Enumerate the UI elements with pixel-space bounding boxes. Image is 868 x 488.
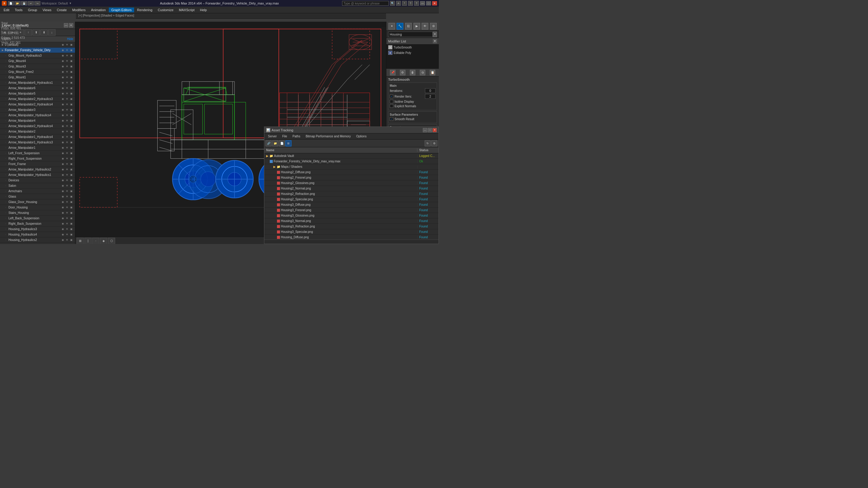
layer-vis[interactable]: ◉	[62, 87, 65, 90]
iterations-input[interactable]	[425, 88, 435, 93]
rp-hierarchy-btn[interactable]: ⛓	[405, 23, 412, 30]
asset-tool-2[interactable]: 📁	[272, 140, 278, 147]
rp-modify-btn[interactable]: 🔧	[397, 23, 403, 30]
layer-freeze[interactable]: ❄	[66, 157, 70, 160]
asset-row-3[interactable]: Housing2_Diffuse.png Found	[264, 170, 438, 175]
layer-vis[interactable]: ◉	[62, 195, 65, 198]
menu-views[interactable]: Views	[40, 7, 54, 12]
asset-tool-reload[interactable]: ↻	[425, 140, 431, 147]
menu-create[interactable]: Create	[54, 7, 69, 12]
mod-pin-btn[interactable]: 📌	[390, 70, 396, 75]
layer-vis[interactable]: ◉	[62, 108, 65, 111]
layer-item-23[interactable]: ·Arrow_Manipulator_Hydraulics2 ◉ ❄ ▣	[0, 167, 75, 172]
layer-item-25[interactable]: ·Devices ◉ ❄ ▣	[0, 178, 75, 183]
layer-item-26[interactable]: ·Salon ◉ ❄ ▣	[0, 183, 75, 189]
asset-menu-bitmap[interactable]: Bitmap Performance and Memory	[303, 134, 353, 138]
search-opt1[interactable]: A	[396, 1, 401, 6]
workspace-dropdown[interactable]: ▼	[69, 2, 72, 5]
modifier-turbosmooth[interactable]: ● TurboSmooth	[386, 44, 439, 50]
search-opt3[interactable]: ?	[408, 1, 413, 6]
layer-tool-3[interactable]: ↑	[25, 29, 32, 36]
layer-item-35[interactable]: ·Housing_Hydraulics4 ◉ ❄ ▣	[0, 232, 75, 237]
layer-freeze[interactable]: ❄	[66, 135, 70, 138]
open-btn[interactable]: 📂	[14, 1, 21, 5]
layer-item-27[interactable]: ·Armchairs ◉ ❄ ▣	[0, 189, 75, 194]
layer-render[interactable]: ▣	[70, 147, 74, 149]
layer-freeze[interactable]: ❄	[66, 108, 70, 111]
minimize-btn[interactable]: —	[420, 1, 425, 5]
layer-vis[interactable]: ◉	[62, 212, 65, 214]
layer-render[interactable]: ▣	[70, 125, 74, 127]
mod-paste-btn[interactable]: 📋	[430, 70, 435, 75]
layer-item-7[interactable]: ·Arrow_Manipulator6_Hydraulics1 ◉ ❄ ▣	[0, 80, 75, 86]
layer-vis[interactable]: ◉	[62, 201, 65, 203]
layer-render[interactable]: ▣	[70, 190, 74, 193]
layer-vis[interactable]: ◉	[62, 222, 65, 225]
render-iters-checkbox[interactable]	[390, 95, 393, 98]
layer-item-17[interactable]: ·Arrow_Manipulator1_Hydraulics4 ◉ ❄ ▣	[0, 134, 75, 140]
vp-tool-4[interactable]: ◈	[100, 238, 107, 244]
layer-vis[interactable]: ◉	[62, 70, 65, 73]
layer-freeze[interactable]: ❄	[66, 179, 70, 182]
layer-vis[interactable]: ◉	[62, 130, 65, 133]
vp-tool-1[interactable]: ⊞	[76, 238, 84, 244]
layer-freeze[interactable]: ❄	[66, 222, 70, 225]
layer-item-13[interactable]: ·Arrow_Manipulator_Hydraulics4 ◉ ❄ ▣	[0, 113, 75, 118]
layer-vis[interactable]: ◉	[62, 114, 65, 117]
asset-tool-1[interactable]: 🔗	[266, 140, 272, 147]
layer-freeze[interactable]: ❄	[66, 54, 70, 57]
rp-create-btn[interactable]: ✦	[389, 23, 395, 30]
search-icon[interactable]: 🔍	[390, 1, 395, 6]
asset-panel-max[interactable]: □	[428, 128, 432, 132]
layer-render[interactable]: ▣	[70, 108, 74, 111]
save-btn[interactable]: 💾	[21, 1, 27, 5]
layer-freeze[interactable]: ❄	[66, 114, 70, 117]
layer-render[interactable]: ▣	[70, 119, 74, 122]
layer-tool-5[interactable]: ⬇	[40, 29, 48, 36]
menu-modifiers[interactable]: Modifiers	[70, 7, 88, 12]
layer-freeze[interactable]: ❄	[66, 43, 70, 46]
layer-render[interactable]: ▣	[70, 152, 74, 155]
modifier-editable-poly[interactable]: ■ Editable Poly	[386, 50, 439, 56]
layer-render[interactable]: ▣	[70, 103, 74, 106]
layer-vis[interactable]: ◉	[62, 190, 65, 193]
asset-col-name[interactable]: Name	[264, 149, 417, 152]
layer-vis[interactable]: ◉	[62, 184, 65, 187]
render-iters-input[interactable]	[425, 94, 435, 99]
layer-render[interactable]: ▣	[70, 217, 74, 220]
mod-copy-btn[interactable]: ⧉	[420, 70, 425, 75]
layer-render[interactable]: ▣	[70, 163, 74, 165]
layer-freeze[interactable]: ❄	[66, 103, 70, 106]
layer-vis[interactable]: ◉	[62, 76, 65, 78]
layer-item-16[interactable]: ·Arrow_Manipulator2 ◉ ❄ ▣	[0, 129, 75, 134]
layer-item-12[interactable]: ·Arrow_Manipulator3 ◉ ❄ ▣	[0, 107, 75, 113]
asset-panel-close[interactable]: ✕	[433, 128, 437, 132]
layer-vis[interactable]: ◉	[62, 173, 65, 176]
layer-render[interactable]: ▣	[70, 184, 74, 187]
close-btn[interactable]: ✕	[432, 1, 437, 5]
layer-render[interactable]: ▣	[70, 173, 74, 176]
layer-vis[interactable]: ◉	[62, 98, 65, 100]
layer-freeze[interactable]: ❄	[66, 163, 70, 165]
layer-tool-4[interactable]: ⬆	[33, 29, 40, 36]
layer-render[interactable]: ▣	[70, 70, 74, 73]
asset-row-1[interactable]: Forwarder_Forestry_Vehicle_Dirty_max_vra…	[264, 159, 438, 164]
layer-item-5[interactable]: ·Grip_Mount_Free2 ◉ ❄ ▣	[0, 69, 75, 75]
layer-render[interactable]: ▣	[70, 201, 74, 203]
layer-item-18[interactable]: ·Arrow_Manipulator1_Hydraulics3 ◉ ❄ ▣	[0, 140, 75, 145]
asset-menu-server[interactable]: Server	[266, 134, 279, 138]
layer-vis[interactable]: ◉	[62, 43, 65, 46]
rp-utilities-btn[interactable]: ⚙	[430, 23, 437, 30]
layer-item-21[interactable]: ·Right_Front_Suspension ◉ ❄ ▣	[0, 156, 75, 161]
menu-tools[interactable]: Tools	[12, 7, 25, 12]
layer-render[interactable]: ▣	[70, 92, 74, 95]
layer-item-28[interactable]: ·Glass ◉ ❄ ▣	[0, 194, 75, 199]
asset-row-13[interactable]: Housing3_Refraction.png Found	[264, 224, 438, 229]
menu-maxscript[interactable]: MAXScript	[177, 7, 197, 12]
layer-item-36[interactable]: ·Housing_Hydraulics2 ◉ ❄ ▣	[0, 237, 75, 243]
asset-scrollbar[interactable]	[264, 239, 438, 244]
layer-item-37[interactable]: ·Housing_Hydraulics1 ◉ ❄ ▣	[0, 243, 75, 244]
layer-item-29[interactable]: ·Glass_Door_Housing ◉ ❄ ▣	[0, 199, 75, 205]
layer-vis[interactable]: ◉	[62, 54, 65, 57]
layer-freeze[interactable]: ❄	[66, 195, 70, 198]
